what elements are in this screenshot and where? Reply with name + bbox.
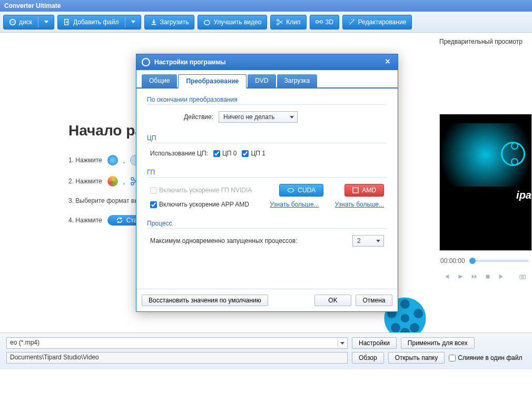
dialog-footer: Восстановить значения по умолчанию OK От… [136,289,398,311]
svg-rect-21 [353,188,358,193]
apply-all-button[interactable]: Применить для всех [401,337,475,349]
main-toolbar: диск Добавить файл Загрузить Улучшить ви… [0,12,532,33]
file-plus-icon [63,18,71,26]
nvidia-icon [287,187,294,193]
add-disc-icon[interactable] [107,155,118,165]
open-folder-button[interactable]: Открыть папку [388,352,445,364]
add-file-button[interactable]: Добавить файл [57,15,141,30]
max-process-label: Максимум одновременно запущенных процесс… [150,237,297,244]
cpu0-checkbox[interactable]: ЦП 0 [213,150,237,157]
refresh-icon [116,217,123,224]
cancel-button[interactable]: Отмена [356,295,392,306]
bottom-bar: eo (*.mp4) Настройки Применить для всех … [0,332,532,369]
tab-download[interactable]: Загрузка [277,74,318,87]
stop-icon[interactable] [485,273,491,280]
clip-button[interactable]: Клип [270,15,306,30]
tab-dvd[interactable]: DVD [248,74,275,87]
dialog-tabs: Общие Преобразование DVD Загрузка [136,70,398,89]
output-format-combo[interactable]: eo (*.mp4) [6,337,348,349]
merge-checkbox-input[interactable] [449,355,456,361]
enhance-icon[interactable] [107,176,118,187]
brand-logo: ipa [440,189,531,200]
playback-controls [439,271,530,282]
svg-point-16 [391,323,400,332]
settings-dialog: Настройки программы × Общие Преобразован… [136,54,398,312]
svg-point-5 [277,23,279,25]
svg-point-20 [521,276,523,278]
restore-defaults-button[interactable]: Восстановить значения по умолчанию [142,295,268,306]
group-cpu: ЦП Использование ЦП: ЦП 0 ЦП 1 [147,134,387,159]
cuda-button[interactable]: CUDA [279,184,323,197]
prev-icon[interactable] [444,273,450,280]
seek-slider[interactable] [469,260,529,262]
edit-button[interactable]: Редактирование [342,15,412,30]
enhance-button[interactable]: Улучшить видео [198,15,267,30]
disk-button[interactable]: диск [3,15,54,30]
time-slider-row: 00:00:00 [440,257,529,265]
preview-label: Предварительный просмотр [439,38,530,45]
learn-more-amd-link[interactable]: Узнать больше... [335,201,384,208]
dialog-title: Настройки программы [154,58,226,66]
close-icon[interactable]: × [383,57,392,67]
svg-point-3 [204,20,210,25]
browse-button[interactable]: Обзор [352,352,384,364]
glasses-icon [316,18,323,26]
cpu-usage-label: Использование ЦП: [150,150,208,157]
output-path-field[interactable]: Documents\Tipard Studio\Video [6,352,348,364]
snapshot-icon[interactable] [519,273,526,280]
learn-more-cuda-link[interactable]: Узнать больше... [270,201,319,208]
cpu1-checkbox[interactable]: ЦП 1 [242,150,265,157]
download-button[interactable]: Загрузить [144,15,195,30]
merge-checkbox[interactable]: Слияние в один файл [449,354,522,361]
svg-point-15 [413,309,423,318]
palette-icon [203,18,211,26]
svg-point-12 [400,299,410,309]
group-after-conversion: По окончании преобразования Действие: Ни… [147,96,387,125]
fast-forward-icon[interactable] [471,273,477,280]
disc-icon [9,18,16,26]
ok-button[interactable]: OK [314,295,351,306]
group-process: Процесс Максимум одновременно запущенных… [147,220,387,249]
dialog-titlebar[interactable]: Настройки программы × [136,54,398,70]
wand-icon [348,18,356,26]
window-title: Converter Ultimate [4,2,61,9]
logo-reel-icon [501,142,525,166]
gear-icon [142,58,150,66]
svg-rect-19 [520,275,525,279]
amd-app-checkbox[interactable]: Включить ускорение APP AMD [150,201,249,208]
action-label: Действие: [150,113,213,121]
svg-rect-7 [320,21,322,23]
3d-button[interactable]: 3D [310,15,339,30]
amd-icon [352,187,359,193]
max-process-select[interactable]: 2 [352,235,384,247]
time-current: 00:00:00 [440,257,465,265]
preview-viewport: ipa [439,114,532,251]
download-icon [150,18,157,26]
settings-button[interactable]: Настройки [352,337,397,349]
nvidia-checkbox: Включить ускорение ГП NVIDIA [150,187,252,194]
scissors-icon [276,18,283,26]
svg-point-11 [401,314,409,322]
preview-pane: Предварительный просмотр ipa 00:00:00 [437,33,532,332]
group-gpu: ГП Включить ускорение ГП NVIDIA CUDA AMD… [147,169,387,210]
play-icon[interactable] [457,273,464,280]
window-titlebar: Converter Ultimate [0,0,532,12]
next-icon[interactable] [498,273,505,280]
action-select[interactable]: Ничего не делать [219,111,298,123]
tab-general[interactable]: Общие [142,74,177,87]
svg-point-4 [277,19,279,21]
amd-button[interactable]: AMD [344,184,384,197]
tab-convert[interactable]: Преобразование [178,74,247,89]
svg-point-17 [410,323,419,332]
dialog-body: По окончании преобразования Действие: Ни… [136,89,398,289]
svg-rect-6 [316,21,318,23]
svg-point-1 [12,21,14,23]
svg-rect-18 [486,275,490,279]
